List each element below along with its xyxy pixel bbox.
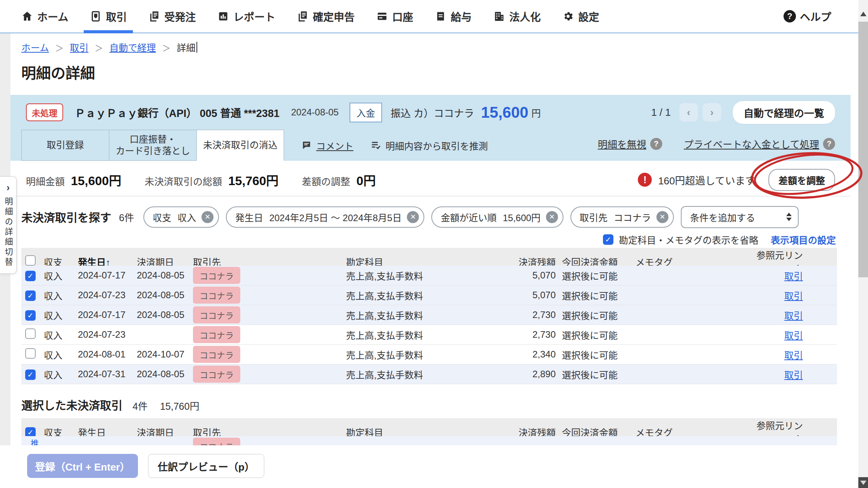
breadcrumb-item: 詳細 — [177, 40, 195, 54]
nav-item-incorporation[interactable]: 法人化 — [493, 0, 541, 33]
nav-item-transactions[interactable]: 取引 — [90, 0, 127, 33]
guess-link[interactable]: 推測 — [25, 437, 44, 446]
summary-item: 未決済取引の総額15,760円 — [145, 171, 279, 189]
result-count: 6件 — [119, 210, 134, 224]
nav-item-payroll[interactable]: 給与 — [435, 0, 472, 33]
breadcrumb-item[interactable]: 取引 — [70, 40, 88, 54]
nav-item-accounts[interactable]: 口座 — [376, 0, 413, 33]
add-condition-select[interactable]: 条件を追加する — [681, 206, 799, 228]
auto-accounting-list-button[interactable]: 自動で経理の一覧 — [733, 101, 835, 124]
select-spinner-icon — [786, 213, 792, 221]
breadcrumb: ホーム＞取引＞自動で経理＞詳細 — [21, 40, 197, 54]
account-name: ＰａｙＰａｙ銀行（API） 005 普通 ***2381 — [75, 105, 279, 120]
row-checkbox[interactable] — [25, 328, 36, 339]
omit-display-label: 勘定科目・メモタグの表示を省略 — [619, 233, 758, 246]
question-icon[interactable]: ? — [823, 138, 835, 150]
source-transaction-link[interactable]: 取引 — [784, 311, 803, 321]
breadcrumb-item[interactable]: ホーム — [21, 40, 49, 54]
adjust-difference-button[interactable]: 差額を調整 — [768, 169, 835, 191]
reports-icon — [217, 10, 229, 22]
table-row: 収入2024-08-012024-10-07ココナラ売上高,支払手数料2,340… — [21, 345, 837, 364]
vertical-scrollbar[interactable] — [858, 0, 868, 488]
filter-chip[interactable]: 発生日2024年2月5日 ～ 2024年8月5日✕ — [226, 206, 425, 228]
partner-pill: ココナラ — [193, 267, 240, 284]
private-deposit-link[interactable]: プライベートな入金として処理 ? — [684, 137, 835, 151]
tabs-row: 取引登録口座振替・ カード引き落とし未決済取引の消込コメント明細内容から取引を推… — [21, 130, 488, 161]
next-statement-button[interactable]: › — [703, 103, 721, 122]
transactions-table-header: 収支発生日↑決済期日取引先勘定科目決済残額今回決済金額メモタグ参照元リンク — [21, 248, 837, 266]
selected-table-partial-row: 推測 ココナラ — [21, 436, 837, 446]
select-all-checkbox[interactable] — [25, 255, 36, 266]
chip-remove-icon[interactable]: ✕ — [202, 211, 214, 223]
filter-chip[interactable]: 金額が近い順15,600円✕ — [431, 206, 563, 228]
text-caret — [196, 42, 197, 53]
partner-pill: ココナラ — [193, 287, 240, 304]
payroll-icon — [435, 10, 446, 22]
source-transaction-link[interactable]: 取引 — [784, 350, 803, 361]
statement-amount: 15,600 — [481, 104, 528, 121]
nav-item-tax-return[interactable]: 確定申告 — [297, 0, 355, 33]
display-settings-link[interactable]: 表示項目の設定 — [771, 233, 836, 246]
table-row: ✓収入2024-07-312024-08-05ココナラ売上高,支払手数料2,89… — [21, 364, 837, 384]
table-row: ✓収入2024-07-232024-08-05ココナラ売上高,支払手数料5,07… — [21, 285, 837, 305]
partner-pill: ココナラ — [193, 326, 240, 343]
row-checkbox[interactable]: ✓ — [25, 271, 36, 281]
source-transaction-link[interactable]: 取引 — [784, 291, 803, 301]
side-tab-label: 明細の詳細切替 — [2, 197, 14, 268]
table-row: ✓収入2024-07-172024-08-05ココナラ売上高,支払手数料2,73… — [21, 305, 837, 325]
scroll-up-icon[interactable] — [860, 12, 866, 16]
question-icon[interactable]: ? — [650, 138, 662, 150]
search-filter-row: 未決済取引を探す 6件 収支収入✕発生日2024年2月5日 ～ 2024年8月5… — [21, 204, 837, 229]
tab-inactive[interactable]: 口座振替・ カード引き落とし — [109, 130, 196, 161]
omit-display-checkbox[interactable]: ✓ — [603, 234, 613, 245]
scrollbar-thumb[interactable] — [858, 22, 868, 277]
source-transaction-link[interactable]: 取引 — [784, 330, 803, 341]
filter-chip[interactable]: 取引先ココナラ✕ — [570, 206, 674, 228]
comment-icon — [301, 140, 312, 150]
tab-inactive[interactable]: 取引登録 — [21, 130, 109, 161]
row-checkbox[interactable]: ✓ — [25, 310, 36, 321]
selected-total: 15,760円 — [160, 399, 199, 412]
payee-text: 振込 カ）ココナラ — [391, 105, 474, 120]
home-icon — [21, 10, 33, 22]
chip-remove-icon[interactable]: ✕ — [546, 211, 558, 223]
tab-active[interactable]: 未決済取引の消込 — [196, 130, 284, 161]
row-checkbox[interactable]: ✓ — [25, 290, 36, 301]
nav-item-home[interactable]: ホーム — [21, 0, 68, 33]
table-row: 収入2024-07-23ココナラ売上高,支払手数料2,730選択後に可能取引 — [21, 325, 837, 345]
nav-item-reports[interactable]: レポート — [217, 0, 275, 33]
detail-toggle-side-tab[interactable]: › 明細の詳細切替 — [0, 176, 17, 274]
chip-remove-icon[interactable]: ✕ — [656, 211, 668, 223]
register-button[interactable]: 登録（Ctrl + Enter） — [27, 454, 138, 478]
source-transaction-link[interactable]: 取引 — [784, 370, 803, 380]
ignore-statement-link[interactable]: 明細を無視 ? — [598, 137, 662, 151]
help-icon: ? — [784, 10, 796, 22]
infer-transaction-link[interactable]: 明細内容から取引を推測 — [371, 130, 488, 161]
amount-unit: 円 — [532, 106, 541, 119]
summary-item: 明細金額15,600円 — [26, 171, 121, 189]
nav-item-orders[interactable]: 受発注 — [148, 0, 196, 33]
nav-item-settings[interactable]: 設定 — [562, 0, 599, 33]
source-transaction-link[interactable]: 取引 — [784, 271, 803, 282]
reconcile-summary-row: 明細金額15,600円未決済取引の総額15,760円差額の調整0円 ! 160円… — [10, 164, 851, 196]
filter-chip[interactable]: 収支収入✕ — [143, 206, 219, 228]
transactions-icon — [90, 10, 102, 22]
help-button[interactable]: ? ヘルプ — [784, 9, 831, 24]
prev-statement-button[interactable]: ‹ — [679, 103, 698, 122]
excess-alert-text: 160円超過しています — [658, 173, 755, 187]
infer-icon — [371, 140, 381, 150]
table-row: ✓収入2024-07-172024-08-05ココナラ売上高,支払手数料5,07… — [21, 266, 837, 285]
header-links: 明細を無視 ? プライベートな入金として処理 ? — [598, 137, 835, 151]
chip-remove-icon[interactable]: ✕ — [407, 211, 419, 223]
breadcrumb-item[interactable]: 自動で経理 — [109, 40, 156, 54]
comment-link[interactable]: コメント — [301, 130, 353, 161]
chevron-right-icon: › — [7, 182, 10, 193]
journal-preview-button[interactable]: 仕訳プレビュー（p） — [148, 454, 264, 478]
selected-section-title: 選択した未決済取引 4件 15,760円 — [21, 397, 199, 413]
deposit-type-tag: 入金 — [350, 103, 382, 122]
partner-pill: ココナラ — [193, 366, 240, 383]
partner-pill: ココナラ — [193, 438, 240, 446]
row-checkbox[interactable]: ✓ — [25, 369, 36, 380]
row-checkbox[interactable] — [25, 348, 36, 359]
scroll-down-icon[interactable] — [858, 477, 868, 488]
